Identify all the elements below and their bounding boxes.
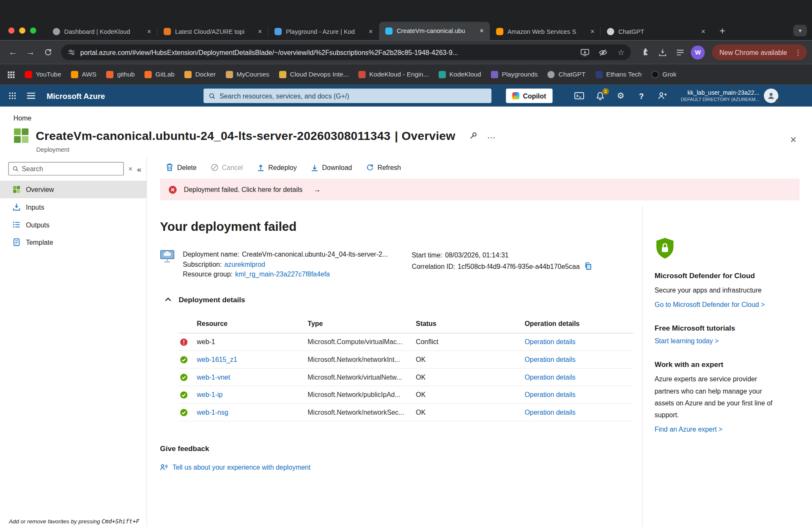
bookmark-kodekloud[interactable]: KodeKloud bbox=[439, 71, 481, 78]
bookmark-playgrounds[interactable]: Playgrounds bbox=[491, 71, 538, 78]
expert-link[interactable]: Find an Azure expert > bbox=[655, 426, 782, 433]
resource-name-link[interactable]: web-1-vnet bbox=[197, 373, 307, 381]
account-avatar[interactable] bbox=[764, 88, 778, 103]
hamburger-menu-icon[interactable] bbox=[26, 90, 36, 101]
bookmark-gitlab[interactable]: GitLab bbox=[145, 71, 175, 78]
tab-close-icon[interactable]: × bbox=[588, 27, 597, 36]
reading-list-icon[interactable] bbox=[673, 46, 687, 59]
bookmark-aws[interactable]: AWS bbox=[71, 71, 96, 78]
tab-favicon bbox=[496, 28, 503, 35]
downloads-icon[interactable] bbox=[656, 46, 669, 59]
extensions-puzzle-icon[interactable] bbox=[638, 46, 652, 59]
bookmark-mycourses[interactable]: MyCourses bbox=[225, 71, 269, 78]
tab-createvm-canonical-active[interactable]: CreateVm-canonical.ubu × bbox=[379, 22, 490, 40]
operation-details-link[interactable]: Operation details bbox=[524, 338, 633, 346]
cancel-button[interactable]: Cancel bbox=[211, 163, 243, 171]
delete-button[interactable]: Delete bbox=[166, 163, 197, 172]
sidebar-collapse-icon[interactable]: « bbox=[137, 164, 141, 173]
tab-search-chevron-icon[interactable]: ▾ bbox=[793, 25, 807, 36]
sidebar-search-input[interactable] bbox=[22, 165, 120, 172]
tutorials-link[interactable]: Start learning today > bbox=[655, 337, 782, 345]
azure-search-box[interactable] bbox=[203, 88, 491, 103]
redeploy-button[interactable]: Redeploy bbox=[257, 163, 296, 171]
bookmark-ethans-tech[interactable]: Ethans Tech bbox=[595, 71, 642, 78]
browser-menu-kebab-icon[interactable]: ⋮ bbox=[792, 48, 804, 57]
deployment-details-toggle[interactable]: Deployment details bbox=[167, 295, 642, 304]
fullscreen-window-button[interactable] bbox=[30, 27, 36, 34]
close-window-button[interactable] bbox=[8, 27, 15, 34]
operation-details-link[interactable]: Operation details bbox=[524, 373, 633, 381]
azure-search-input[interactable] bbox=[219, 92, 486, 99]
deployment-failed-banner[interactable]: Deployment failed. Click here for detail… bbox=[160, 178, 799, 200]
sidebar-clear-icon[interactable]: × bbox=[129, 165, 132, 172]
sidebar-item-overview[interactable]: Overview bbox=[0, 181, 147, 198]
breadcrumb-home-link[interactable]: Home bbox=[14, 115, 31, 122]
download-icon bbox=[311, 163, 318, 171]
resource-name-link[interactable]: web-1-ip bbox=[197, 391, 307, 398]
install-app-icon[interactable] bbox=[578, 46, 592, 59]
address-bar[interactable]: portal.azure.com/#view/HubsExtension/Dep… bbox=[61, 44, 631, 60]
azure-waffle-icon[interactable] bbox=[7, 90, 17, 101]
bookmark-kodekloud-engineer[interactable]: KodeKloud - Engin... bbox=[359, 71, 429, 78]
settings-gear-icon[interactable]: ⚙ bbox=[615, 90, 625, 101]
operation-details-link[interactable]: Operation details bbox=[524, 391, 633, 398]
tab-close-icon[interactable]: × bbox=[256, 27, 264, 36]
account-menu[interactable]: kk_lab_user_main-23a22... DEFAULT DIRECT… bbox=[681, 89, 760, 102]
page-title: CreateVm-canonical.ubuntu-24_04-lts-serv… bbox=[36, 129, 455, 142]
bookmark-grok[interactable]: Grok bbox=[652, 71, 677, 78]
resource-name-link[interactable]: web-1-nsg bbox=[197, 408, 307, 416]
tab-favicon bbox=[385, 27, 392, 35]
minimize-window-button[interactable] bbox=[19, 27, 25, 34]
reload-button[interactable] bbox=[41, 44, 56, 60]
bookmark-github[interactable]: github bbox=[106, 71, 134, 78]
browser-profile-avatar[interactable]: W bbox=[691, 45, 705, 59]
operation-details-link[interactable]: Operation details bbox=[524, 408, 633, 416]
defender-link[interactable]: Go to Microsoft Defender for Cloud > bbox=[655, 301, 782, 308]
chrome-update-chip[interactable]: New Chrome available ⋮ bbox=[712, 44, 807, 60]
copy-icon[interactable] bbox=[584, 262, 592, 271]
cloud-shell-icon[interactable] bbox=[574, 90, 584, 101]
password-eye-off-icon[interactable] bbox=[596, 46, 610, 59]
expert-body: Azure experts are service provider partn… bbox=[655, 373, 782, 421]
azure-brand[interactable]: Microsoft Azure bbox=[47, 91, 105, 100]
sidebar-item-template[interactable]: Template bbox=[0, 233, 147, 251]
sidebar-item-inputs[interactable]: Inputs bbox=[0, 198, 147, 216]
notifications-bell-icon[interactable]: 3 bbox=[595, 90, 605, 101]
bookmark-docker[interactable]: Docker bbox=[184, 71, 216, 78]
tab-favicon bbox=[607, 28, 614, 35]
tab-latest-cloud-azure[interactable]: Latest Cloud/AZURE topi × bbox=[157, 23, 268, 41]
new-tab-button[interactable]: + bbox=[715, 23, 730, 39]
close-blade-icon[interactable]: × bbox=[790, 134, 796, 146]
bookmark-chatgpt[interactable]: ChatGPT bbox=[548, 71, 586, 78]
tab-dashboard-kodekloud[interactable]: Dashboard | KodeKloud × bbox=[47, 23, 157, 41]
site-settings-icon[interactable] bbox=[67, 48, 76, 57]
operation-details-link[interactable]: Operation details bbox=[524, 356, 633, 363]
forward-button[interactable]: → bbox=[23, 44, 38, 60]
sidebar-search-box[interactable] bbox=[8, 162, 124, 175]
resource-name-link[interactable]: web-1615_z1 bbox=[197, 356, 307, 363]
bookmark-star-icon[interactable]: ☆ bbox=[614, 46, 628, 59]
tab-amazon-web-services[interactable]: Amazon Web Services S × bbox=[490, 23, 601, 41]
more-actions-ellipsis-icon[interactable]: … bbox=[487, 131, 496, 141]
tab-playground-azure[interactable]: Playground - Azure | Kod × bbox=[268, 23, 379, 41]
tab-close-icon[interactable]: × bbox=[699, 27, 708, 36]
expert-title: Work with an expert bbox=[655, 360, 782, 369]
back-button[interactable]: ← bbox=[5, 44, 21, 60]
help-icon[interactable]: ? bbox=[636, 90, 646, 101]
apps-grid-icon[interactable] bbox=[7, 71, 15, 78]
feedback-person-icon[interactable] bbox=[657, 90, 667, 101]
bookmark-cloud-devops[interactable]: Cloud Devops Inte... bbox=[279, 71, 348, 78]
resource-group-link[interactable]: kml_rg_main-23a227c7f8fa4efa bbox=[235, 270, 330, 278]
tab-chatgpt[interactable]: ChatGPT × bbox=[601, 23, 711, 41]
sidebar-item-outputs[interactable]: Outputs bbox=[0, 216, 147, 234]
tab-close-icon[interactable]: × bbox=[367, 27, 375, 36]
feedback-link[interactable]: Tell us about your experience with deplo… bbox=[160, 463, 642, 471]
refresh-button[interactable]: Refresh bbox=[366, 163, 401, 171]
copilot-button[interactable]: Copilot bbox=[506, 88, 552, 103]
download-button[interactable]: Download bbox=[311, 163, 352, 171]
pin-icon[interactable] bbox=[469, 131, 478, 140]
subscription-link[interactable]: azurekmlprod bbox=[224, 260, 265, 268]
tab-close-icon[interactable]: × bbox=[145, 27, 154, 36]
bookmark-youtube[interactable]: YouTube bbox=[25, 71, 61, 78]
tab-close-icon[interactable]: × bbox=[477, 27, 486, 36]
